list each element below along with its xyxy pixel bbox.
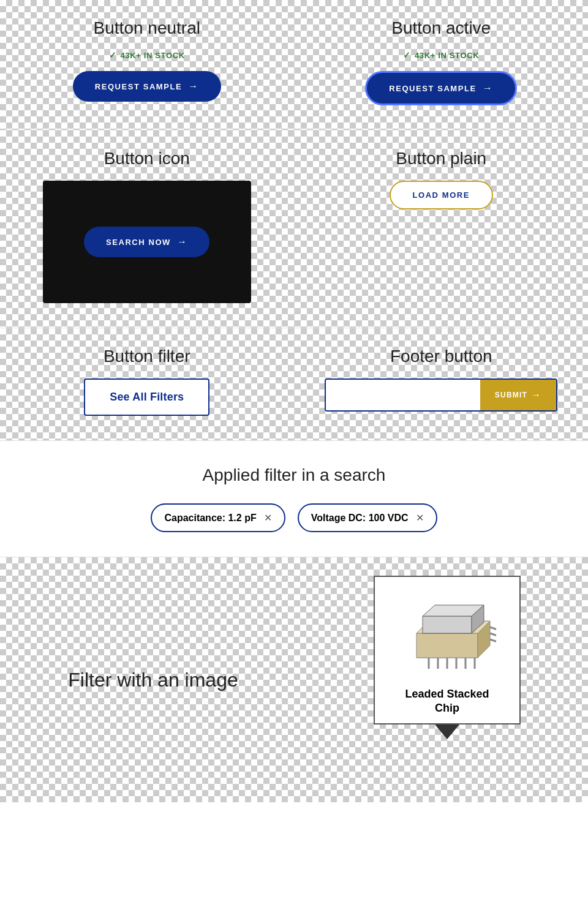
page-wrapper: Button neutral ✓ 43K+ IN STOCK REQUEST S…: [0, 0, 588, 802]
row1: Button neutral ✓ 43K+ IN STOCK REQUEST S…: [0, 0, 588, 130]
request-sample-neutral-label: REQUEST SAMPLE: [95, 82, 182, 91]
request-sample-active-button[interactable]: REQUEST SAMPLE →: [365, 71, 517, 105]
filter-image-right: Leaded StackedChip: [306, 557, 588, 802]
filter-image-section: Filter with an image: [0, 557, 588, 802]
request-sample-active-label: REQUEST SAMPLE: [389, 84, 476, 93]
check-icon-neutral: ✓: [109, 50, 117, 60]
footer-input-field[interactable]: [326, 380, 480, 410]
card-arrow-down: [435, 724, 459, 739]
svg-marker-1: [417, 633, 478, 658]
svg-line-16: [490, 639, 496, 642]
chip-svg: [398, 590, 496, 676]
section-icon: Button icon SEARCH NOW →: [0, 130, 294, 328]
arrow-right-icon-search: →: [177, 236, 188, 247]
product-card-image: [392, 584, 502, 682]
footer-button-wrapper: SUBMIT →: [325, 378, 557, 412]
section-filter-title: Button filter: [104, 347, 190, 366]
section-active: Button active ✓ 43K+ IN STOCK REQUEST SA…: [295, 0, 589, 130]
request-sample-neutral-button[interactable]: REQUEST SAMPLE →: [73, 71, 221, 102]
stock-neutral: ✓ 43K+ IN STOCK: [109, 50, 185, 60]
filter-tag-voltage-label: Voltage DC: 100 VDC: [311, 513, 409, 524]
filter-image-title: Filter with an image: [68, 669, 238, 691]
section-footer-title: Footer button: [390, 347, 492, 366]
see-all-filters-label: See All Filters: [110, 391, 184, 403]
row2: Button icon SEARCH NOW → Button plain LO…: [0, 130, 588, 328]
product-card[interactable]: Leaded StackedChip: [374, 576, 521, 724]
arrow-right-icon-active: →: [483, 83, 494, 94]
section-neutral-title: Button neutral: [94, 18, 200, 38]
filter-tag-capacitance[interactable]: Capacitance: 1.2 pF ✕: [151, 503, 285, 532]
svg-line-15: [490, 633, 496, 636]
arrow-right-icon-neutral: →: [188, 81, 199, 92]
submit-label: SUBMIT: [495, 391, 527, 399]
stock-active: ✓ 43K+ IN STOCK: [403, 50, 479, 60]
section-neutral: Button neutral ✓ 43K+ IN STOCK REQUEST S…: [0, 0, 294, 130]
svg-line-14: [490, 627, 496, 630]
dark-image-background: SEARCH NOW →: [43, 181, 251, 303]
filter-tag-voltage[interactable]: Voltage DC: 100 VDC ✕: [298, 503, 437, 532]
section-footer-button: Footer button SUBMIT →: [295, 328, 589, 440]
product-card-label: Leaded StackedChip: [405, 687, 489, 716]
section-active-title: Button active: [391, 18, 491, 38]
filter-tag-capacitance-label: Capacitance: 1.2 pF: [164, 513, 256, 524]
filter-tags-container: Capacitance: 1.2 pF ✕ Voltage DC: 100 VD…: [37, 503, 551, 532]
svg-marker-5: [423, 616, 472, 633]
see-all-filters-button[interactable]: See All Filters: [84, 378, 209, 416]
section-plain: Button plain LOAD MORE: [295, 130, 589, 328]
section-filter: Button filter See All Filters: [0, 328, 294, 440]
stock-neutral-text: 43K+ IN STOCK: [120, 51, 184, 60]
submit-button[interactable]: SUBMIT →: [480, 380, 556, 410]
load-more-label: LOAD MORE: [413, 190, 470, 200]
arrow-right-icon-submit: →: [531, 390, 541, 401]
applied-filter-title: Applied filter in a search: [37, 465, 551, 485]
close-icon-capacitance[interactable]: ✕: [264, 512, 272, 524]
check-icon-active: ✓: [403, 50, 411, 60]
search-now-label: SEARCH NOW: [106, 238, 171, 247]
section-plain-title: Button plain: [396, 149, 486, 168]
search-now-button[interactable]: SEARCH NOW →: [84, 227, 209, 257]
close-icon-voltage[interactable]: ✕: [416, 512, 424, 524]
load-more-button[interactable]: LOAD MORE: [390, 181, 493, 209]
stock-active-text: 43K+ IN STOCK: [415, 51, 479, 60]
row3: Button filter See All Filters Footer but…: [0, 328, 588, 440]
filter-image-left: Filter with an image: [0, 557, 306, 802]
section-icon-title: Button icon: [104, 149, 190, 168]
applied-filter-section: Applied filter in a search Capacitance: …: [0, 441, 588, 557]
